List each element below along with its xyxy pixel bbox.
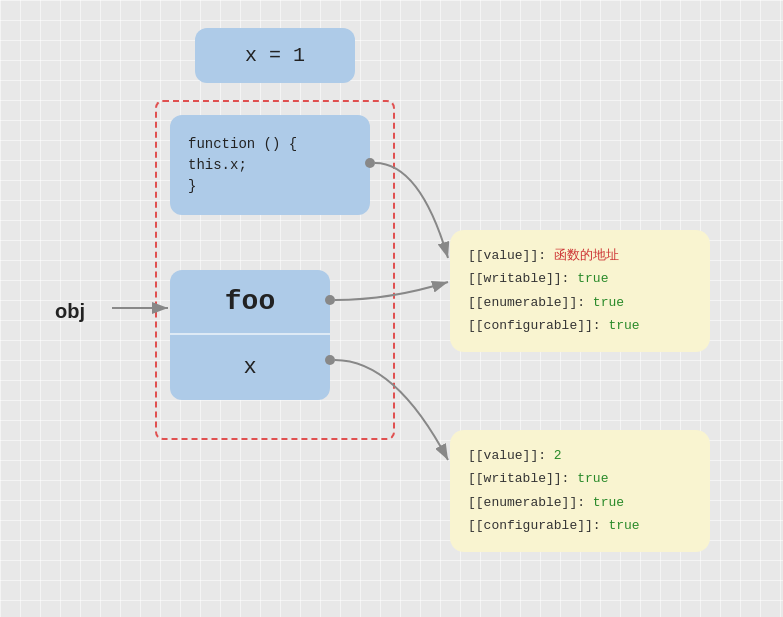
function-line2: this.x; — [188, 155, 297, 176]
foo-x-box: foo x — [170, 270, 330, 400]
x-configurable-key: [[configurable]]: — [468, 518, 601, 533]
func-desc-configurable: [[configurable]]: true — [468, 314, 692, 337]
func-configurable-key: [[configurable]]: — [468, 318, 601, 333]
function-line1: function () { — [188, 134, 297, 155]
x-value-key: [[value]]: — [468, 448, 546, 463]
x-configurable-val: true — [608, 518, 639, 533]
foo-label: foo — [225, 286, 275, 317]
func-writable-val: true — [577, 271, 608, 286]
x-desc-enumerable: [[enumerable]]: true — [468, 491, 692, 514]
obj-label: obj — [55, 300, 85, 323]
func-configurable-val: true — [608, 318, 639, 333]
function-descriptor-box: [[value]]: 函数的地址 [[writable]]: true [[en… — [450, 230, 710, 352]
x-label: x — [243, 355, 256, 380]
func-enumerable-val: true — [593, 295, 624, 310]
x-desc-value: [[value]]: 2 — [468, 444, 692, 467]
func-desc-enumerable: [[enumerable]]: true — [468, 291, 692, 314]
diagram-container: x = 1 function () { this.x; } foo x obj … — [0, 0, 783, 617]
x-descriptor-box: [[value]]: 2 [[writable]]: true [[enumer… — [450, 430, 710, 552]
func-desc-writable: [[writable]]: true — [468, 267, 692, 290]
func-desc-value: [[value]]: 函数的地址 — [468, 244, 692, 267]
x-enumerable-val: true — [593, 495, 624, 510]
func-value-key: [[value]]: — [468, 248, 546, 263]
function-box: function () { this.x; } — [170, 115, 370, 215]
function-code: function () { this.x; } — [188, 134, 297, 197]
x-enumerable-key: [[enumerable]]: — [468, 495, 585, 510]
x-desc-configurable: [[configurable]]: true — [468, 514, 692, 537]
func-writable-key: [[writable]]: — [468, 271, 569, 286]
x1-box: x = 1 — [195, 28, 355, 83]
x1-label: x = 1 — [245, 44, 305, 67]
func-value-val: 函数的地址 — [554, 248, 619, 263]
function-line3: } — [188, 176, 297, 197]
x-writable-val: true — [577, 471, 608, 486]
x-writable-key: [[writable]]: — [468, 471, 569, 486]
func-enumerable-key: [[enumerable]]: — [468, 295, 585, 310]
x-label-cell: x — [170, 335, 330, 400]
x-value-val: 2 — [554, 448, 562, 463]
x-desc-writable: [[writable]]: true — [468, 467, 692, 490]
foo-label-cell: foo — [170, 270, 330, 335]
